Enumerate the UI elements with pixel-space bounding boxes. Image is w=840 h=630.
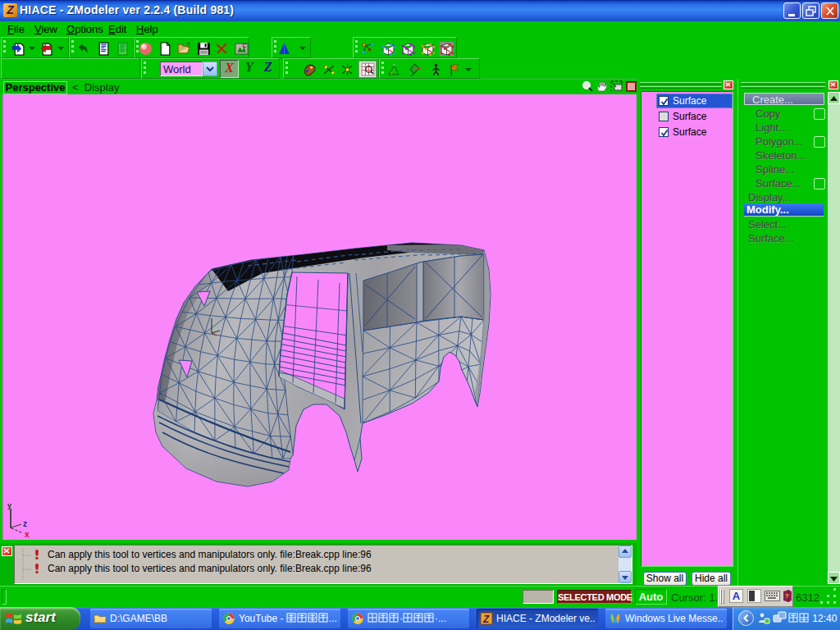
svg-text:y: y <box>7 501 11 509</box>
svg-text:z: z <box>23 519 27 528</box>
svg-text:x: x <box>25 530 30 539</box>
svg-text:Z: Z <box>482 614 490 625</box>
svg-text:?: ? <box>785 592 789 600</box>
svg-text:C: C <box>243 43 247 48</box>
